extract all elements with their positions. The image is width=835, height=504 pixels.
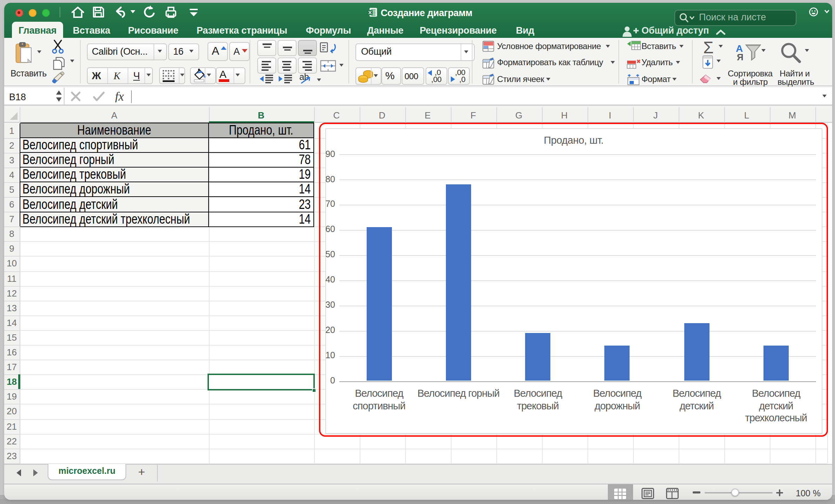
svg-text:fx: fx xyxy=(115,90,124,102)
